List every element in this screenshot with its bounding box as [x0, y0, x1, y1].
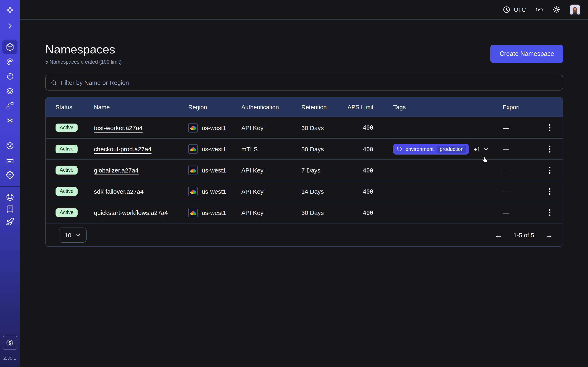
page-size-select[interactable]: 10	[59, 227, 86, 242]
table-body: Active test-worker.a27a4 us-west1 API Ke…	[46, 117, 563, 223]
clock-icon	[503, 6, 510, 13]
pagination-range: 1-5 of 5	[513, 231, 534, 238]
spiral-icon	[6, 57, 14, 66]
status-badge: Active	[56, 166, 78, 175]
tag-value: production	[437, 145, 467, 153]
export-value: —	[503, 188, 534, 195]
auth-label: API Key	[241, 209, 301, 216]
create-namespace-button[interactable]: Create Namespace	[491, 45, 563, 63]
export-value: —	[503, 209, 534, 216]
namespace-link[interactable]: globalizer.a27a4	[94, 167, 139, 174]
sidebar-item-getting-started[interactable]	[0, 215, 20, 227]
sidebar-item-docs[interactable]	[0, 203, 20, 215]
tags-more-count: +1	[474, 146, 480, 152]
lifebuoy-icon	[6, 193, 14, 201]
col-export: Export	[503, 104, 534, 110]
page-title: Namespaces	[45, 43, 122, 56]
status-badge: Active	[56, 145, 78, 153]
topbar: UTC	[20, 0, 588, 20]
sidebar-item-workflows[interactable]	[0, 54, 20, 69]
col-authentication: Authentication	[241, 104, 301, 110]
namespace-link[interactable]: sdk-failover.a27a4	[94, 188, 144, 195]
cube-icon	[6, 43, 14, 51]
tag-key: environment	[406, 146, 434, 152]
user-avatar[interactable]	[570, 4, 580, 15]
next-page-button[interactable]: →	[545, 231, 553, 239]
branch-icon	[6, 101, 14, 110]
sidebar-item-schedules[interactable]	[0, 69, 20, 83]
book-sparkle-icon	[6, 205, 14, 213]
tags-expand[interactable]: +1	[474, 146, 489, 152]
auth-label: API Key	[241, 188, 301, 195]
retention-label: 7 Days	[301, 167, 347, 174]
col-retention: Retention	[301, 104, 347, 110]
export-value: —	[503, 167, 534, 174]
namespaces-table: Status Name Region Authentication Retent…	[45, 97, 563, 247]
sidebar-item-batch-operations[interactable]	[0, 83, 20, 98]
sidebar: 2.35.1	[0, 0, 20, 367]
light-theme-sun-icon[interactable]	[553, 6, 560, 13]
region-label: us-west1	[202, 146, 226, 152]
app-window: 2.35.1 UTC Namespaces 5 Namespaces creat…	[0, 0, 588, 367]
namespace-link[interactable]: test-worker.a27a4	[94, 124, 143, 131]
gcp-cloud-icon	[188, 208, 198, 217]
sidebar-item-deployments[interactable]	[0, 98, 20, 113]
search-icon	[51, 79, 57, 86]
timer-icon	[6, 72, 14, 81]
col-name: Name	[94, 104, 188, 110]
auth-label: mTLS	[241, 146, 301, 152]
row-menu-button[interactable]	[546, 186, 553, 197]
row-menu-button[interactable]	[546, 165, 553, 175]
chevron-down-icon	[75, 232, 81, 238]
namespace-link[interactable]: checkout-prod.a27a4	[94, 146, 151, 152]
gauge-icon	[6, 141, 14, 150]
sidebar-expand-button[interactable]	[0, 20, 20, 32]
pricing-button[interactable]	[3, 336, 17, 350]
region-label: us-west1	[202, 167, 226, 174]
aps-limit-value: 400	[347, 209, 373, 216]
status-badge: Active	[56, 187, 78, 196]
prev-page-button[interactable]: ←	[494, 231, 502, 239]
region-label: us-west1	[202, 209, 226, 216]
chevron-down-icon	[483, 146, 489, 152]
row-menu-button[interactable]	[546, 123, 553, 133]
tag-icon	[397, 146, 402, 152]
auth-label: API Key	[241, 124, 301, 131]
reader-glasses-icon[interactable]	[535, 6, 543, 13]
sidebar-divider	[0, 186, 20, 187]
row-menu-button[interactable]	[546, 144, 553, 154]
sidebar-item-namespaces[interactable]	[0, 40, 20, 54]
aps-limit-value: 400	[347, 124, 373, 131]
asterisk-icon	[6, 116, 14, 125]
temporal-logo-icon[interactable]	[0, 0, 20, 20]
timezone-selector[interactable]: UTC	[503, 6, 526, 13]
export-value: —	[503, 146, 534, 152]
sidebar-item-settings[interactable]	[0, 167, 20, 182]
col-region: Region	[188, 104, 241, 110]
status-badge: Active	[56, 124, 78, 132]
table-row: Active globalizer.a27a4 us-west1 API Key…	[46, 159, 563, 181]
col-status: Status	[56, 104, 94, 110]
app-version: 2.35.1	[3, 356, 16, 362]
dollar-seal-icon	[5, 338, 14, 347]
aps-limit-value: 400	[347, 167, 373, 174]
filter-input[interactable]	[61, 79, 558, 86]
status-badge: Active	[56, 209, 78, 217]
region-label: us-west1	[202, 188, 226, 195]
table-row: Active checkout-prod.a27a4 us-west1 mTLS…	[46, 138, 563, 159]
sidebar-item-support[interactable]	[0, 191, 20, 203]
filter-bar	[45, 75, 563, 91]
sidebar-item-billing[interactable]	[0, 153, 20, 167]
sidebar-item-nexus[interactable]	[0, 113, 20, 128]
sidebar-item-usage[interactable]	[0, 138, 20, 153]
namespace-link[interactable]: quickstart-workflows.a27a4	[94, 209, 168, 216]
table-row: Active test-worker.a27a4 us-west1 API Ke…	[46, 117, 563, 138]
row-menu-button[interactable]	[546, 208, 553, 218]
rocket-icon	[6, 217, 14, 226]
tag-pill[interactable]: environment production	[393, 144, 469, 154]
timezone-label: UTC	[514, 6, 526, 13]
gcp-cloud-icon	[188, 166, 198, 175]
content-area: Namespaces 5 Namespaces created (100 lim…	[20, 20, 588, 367]
retention-label: 30 Days	[301, 146, 347, 152]
retention-label: 30 Days	[301, 124, 347, 131]
